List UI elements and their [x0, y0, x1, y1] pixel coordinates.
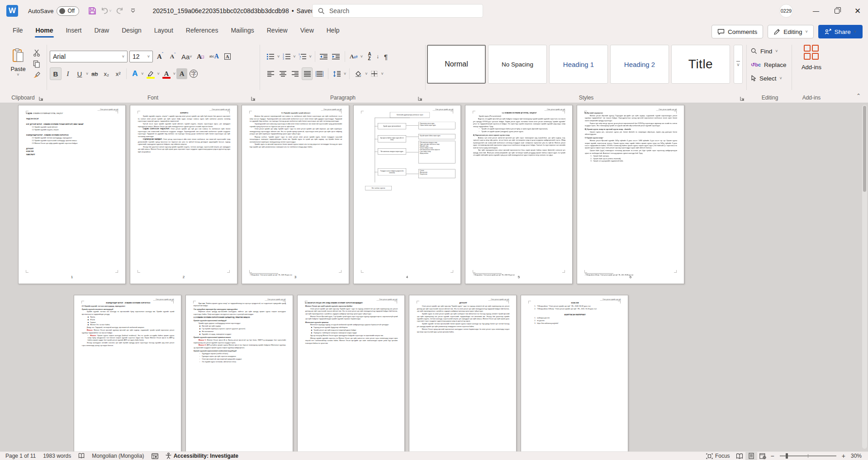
read-mode-button[interactable]: [734, 452, 745, 460]
tab-home[interactable]: Home: [29, 23, 60, 38]
text-effects-button[interactable]: A: [129, 67, 140, 80]
document-page[interactable]: Олон улсын хувийн эрх зүйСул тал: “Байнг…: [185, 295, 293, 451]
document-page[interactable]: Олон улсын хувийн эрх зүйНОМ ЗҮЙ1.Т.Мэнд…: [521, 295, 628, 451]
shading-button[interactable]: [353, 67, 364, 80]
bullets-button[interactable]: [265, 50, 276, 63]
align-center-button[interactable]: [277, 67, 288, 80]
editing-mode-button[interactable]: Editing ˅: [768, 25, 814, 38]
vertical-scrollbar[interactable]: [862, 105, 867, 449]
italic-button[interactable]: I: [62, 67, 73, 80]
select-button[interactable]: Select ˅: [751, 73, 787, 84]
tab-review[interactable]: Review: [261, 23, 294, 38]
undo-button[interactable]: ˅: [99, 4, 113, 18]
tab-mailings[interactable]: Mailings: [224, 23, 260, 38]
zoom-level[interactable]: 30%: [847, 453, 868, 459]
chevron-down-icon[interactable]: ˅: [381, 71, 384, 76]
font-dialog-launcher-icon[interactable]: [251, 96, 256, 101]
tab-view[interactable]: View: [294, 23, 320, 38]
decrease-indent-button[interactable]: [318, 50, 329, 63]
proofing-status[interactable]: [75, 453, 88, 459]
tab-references[interactable]: References: [180, 23, 225, 38]
grow-font-button[interactable]: Aˆ: [155, 50, 166, 63]
chevron-down-icon[interactable]: ˅: [360, 54, 363, 59]
autosave-control[interactable]: AutoSave Off: [28, 6, 79, 16]
cut-icon[interactable]: [33, 49, 41, 57]
chevron-down-icon[interactable]: ˅: [365, 71, 367, 76]
document-page[interactable]: Олон улсын хувийн эрх зүй2.3 МОНГОЛ УЛСЫ…: [297, 295, 405, 451]
addins-button[interactable]: Add-ins: [793, 45, 830, 71]
chevron-down-icon[interactable]: ˅: [309, 54, 312, 59]
document-page[interactable]: Олон улсын хувийн эрх зүйХолбогчийн дүрм…: [353, 105, 461, 284]
chevron-down-icon[interactable]: ˅: [157, 71, 160, 76]
redo-button[interactable]: [113, 4, 126, 18]
document-page[interactable]: Олон улсын хувийн эрх зүй1.2 ХУВИЙН ХУУЛ…: [465, 105, 573, 284]
enclose-characters-button[interactable]: 字: [188, 67, 199, 80]
accessibility-status[interactable]: Accessibility: Investigate: [162, 453, 242, 459]
underline-button[interactable]: U: [74, 67, 85, 80]
numbering-button[interactable]: 123: [281, 50, 292, 63]
chevron-down-icon[interactable]: ˅: [277, 54, 280, 59]
close-button[interactable]: ✕: [847, 0, 868, 22]
zoom-slider[interactable]: [780, 455, 836, 456]
minimize-button[interactable]: —: [806, 0, 826, 22]
clipboard-dialog-launcher-icon[interactable]: [39, 96, 43, 101]
distributed-button[interactable]: [314, 67, 325, 80]
tab-layout[interactable]: Layout: [148, 23, 180, 38]
tab-file[interactable]: File: [6, 23, 29, 38]
document-page[interactable]: Олон улсын хувийн эрх зүйЗОРИЛГОХувийн х…: [130, 105, 237, 284]
multilevel-list-button[interactable]: 1ai: [297, 50, 308, 63]
paste-button[interactable]: Paste ˅: [5, 48, 31, 77]
search-input[interactable]: Search: [312, 4, 483, 18]
show-paragraph-marks-button[interactable]: ¶: [380, 50, 391, 63]
borders-button[interactable]: [369, 67, 380, 80]
bold-button[interactable]: B: [50, 67, 62, 80]
clear-formatting-button[interactable]: A◇: [195, 50, 206, 63]
document-page[interactable]: Олон улсын хувийн эрх зүйБ) Иргэний харь…: [577, 105, 684, 284]
strikethrough-button[interactable]: ab: [89, 67, 100, 80]
collapse-ribbon-button[interactable]: ⌃: [856, 93, 861, 99]
character-shading-button[interactable]: A: [176, 68, 187, 79]
align-left-button[interactable]: [265, 67, 276, 80]
document-title[interactable]: 202510_159a06e220351bbc02c08d3bb3dcdb98 …: [152, 7, 320, 14]
tab-design[interactable]: Design: [115, 23, 148, 38]
document-page[interactable]: Олон улсын хувийн эрх зүйХОЁРДУГААР БҮЛЭ…: [74, 295, 181, 451]
word-logo-icon[interactable]: W: [6, 5, 18, 17]
chevron-down-icon[interactable]: ˅: [86, 71, 88, 76]
copy-icon[interactable]: [33, 60, 40, 68]
document-page[interactable]: Олон улсын хувийн эрх зүйСЭДЭВ: ХУВИЙН Х…: [18, 105, 126, 284]
style-title[interactable]: Title: [671, 45, 730, 84]
chevron-down-icon[interactable]: ˅: [141, 71, 143, 76]
styles-gallery-more-button[interactable]: ˅: [734, 45, 743, 84]
sort-button[interactable]: AZ: [364, 50, 375, 63]
align-right-button[interactable]: [289, 67, 300, 80]
font-size-combo[interactable]: 12 ˅: [129, 51, 153, 62]
chevron-down-icon[interactable]: ˅: [293, 54, 295, 59]
tab-draw[interactable]: Draw: [88, 23, 115, 38]
paragraph-dialog-launcher-icon[interactable]: [418, 96, 422, 101]
style-heading-1[interactable]: Heading 1: [549, 45, 608, 84]
document-page[interactable]: Олон улсын хувийн эрх зүй1.1 Хувийн хуул…: [242, 105, 349, 284]
zoom-out-button[interactable]: −: [769, 452, 776, 460]
shrink-font-button[interactable]: Aˇ: [167, 50, 178, 63]
share-button[interactable]: Share ˅: [818, 25, 863, 38]
text-highlight-button[interactable]: [145, 67, 157, 80]
increase-indent-button[interactable]: [331, 50, 342, 63]
customize-quick-access-toolbar-button[interactable]: [126, 4, 140, 18]
format-painter-icon[interactable]: [33, 71, 41, 79]
justify-button[interactable]: [302, 67, 313, 80]
subscript-button[interactable]: x₂: [101, 67, 112, 80]
autosave-toggle[interactable]: Off: [57, 6, 79, 16]
restore-button[interactable]: [826, 0, 847, 22]
comments-button[interactable]: Comments: [711, 25, 763, 38]
user-avatar[interactable]: 0229: [779, 4, 793, 18]
macro-recording-button[interactable]: [148, 453, 162, 459]
word-count[interactable]: 1983 words: [39, 453, 75, 459]
style-no-spacing[interactable]: No Spacing: [488, 45, 547, 84]
character-border-button[interactable]: A: [222, 50, 233, 63]
print-layout-button[interactable]: [745, 452, 757, 460]
style-heading-2[interactable]: Heading 2: [610, 45, 669, 84]
save-button[interactable]: [85, 4, 99, 18]
line-spacing-button[interactable]: [332, 67, 342, 80]
tab-insert[interactable]: Insert: [59, 23, 88, 38]
document-page[interactable]: Олон улсын хувийн эрх зүйДҮГНЭЛТОлон улс…: [409, 295, 517, 451]
